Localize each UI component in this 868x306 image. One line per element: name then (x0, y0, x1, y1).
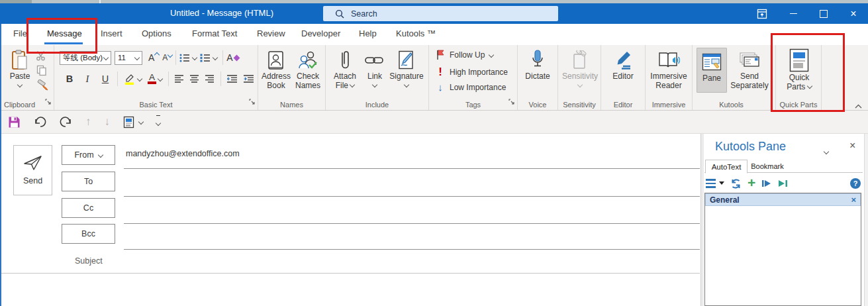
underline-button[interactable]: U (99, 74, 111, 84)
signature-button[interactable]: Signature (387, 49, 426, 87)
search-icon (335, 9, 344, 19)
clipboard-dialog-launcher[interactable] (45, 95, 51, 107)
bcc-field[interactable] (124, 249, 700, 250)
sensitivity-button[interactable]: Sensitivity (559, 49, 601, 87)
bold-button[interactable]: B (64, 74, 75, 84)
tab-options[interactable]: Options (142, 28, 171, 38)
minimize-button[interactable] (779, 3, 808, 24)
collapse-ribbon-button[interactable] (855, 99, 862, 111)
insert-entry-button[interactable] (761, 179, 772, 188)
subject-field[interactable] (124, 252, 700, 268)
from-address-value: mandyzhou@extendoffice.com (126, 149, 240, 158)
move-up-button[interactable]: ↑ (85, 115, 91, 128)
microphone-icon (531, 49, 544, 72)
pane-close-button[interactable]: × (849, 140, 855, 151)
tab-autotext[interactable]: AutoText (705, 160, 747, 174)
tab-insert[interactable]: Insert (101, 28, 122, 38)
help-button[interactable]: ? (850, 178, 861, 189)
move-down-button[interactable]: ↓ (105, 115, 111, 128)
save-icon (8, 116, 21, 128)
autotext-group-header[interactable]: General × (705, 193, 861, 206)
align-center-button[interactable] (190, 72, 199, 86)
basic-text-dialog-launcher[interactable] (249, 95, 255, 107)
maximize-button[interactable] (809, 3, 838, 24)
touch-mouse-mode-button[interactable] (123, 116, 143, 128)
align-right-button[interactable] (205, 72, 215, 86)
tab-file[interactable]: File (13, 28, 27, 38)
tab-help[interactable]: Help (359, 28, 377, 38)
tab-review[interactable]: Review (257, 28, 285, 38)
high-importance-button[interactable]: ! High Importance (436, 66, 508, 79)
insert-all-button[interactable] (778, 179, 789, 188)
format-painter-button[interactable] (36, 79, 48, 94)
copy-button[interactable] (36, 65, 47, 79)
cc-button[interactable]: Cc (62, 198, 115, 218)
address-book-button[interactable]: Address Book (261, 49, 291, 90)
italic-button[interactable]: I (81, 74, 93, 85)
to-button[interactable]: To (62, 172, 115, 191)
menu-button[interactable] (706, 179, 724, 187)
follow-up-button[interactable]: Follow Up (436, 50, 493, 60)
shrink-font-button[interactable]: A (162, 50, 172, 65)
increase-indent-button[interactable] (244, 72, 254, 86)
search-input[interactable]: Search (323, 6, 558, 21)
chevron-down-icon (103, 55, 109, 60)
bcc-button[interactable]: Bcc (62, 224, 115, 244)
decrease-indent-button[interactable] (227, 72, 238, 86)
text-highlight-button[interactable] (124, 72, 142, 86)
group-kutools: Pane Send Separately Kutools (693, 45, 771, 110)
redo-button[interactable] (60, 117, 72, 128)
link-button[interactable]: Link (363, 49, 387, 87)
font-size-combo[interactable]: 11 (115, 51, 142, 65)
from-field[interactable] (124, 168, 700, 169)
message-body[interactable] (1, 274, 700, 306)
check-names-button[interactable]: Check Names (293, 49, 323, 90)
kutools-pane-button[interactable]: Pane (697, 48, 727, 93)
tab-bookmark[interactable]: Bookmark (749, 160, 786, 173)
font-color-bar (148, 81, 156, 84)
chevron-down-icon (97, 152, 103, 158)
align-left-button[interactable] (175, 72, 184, 86)
maximize-icon (820, 10, 828, 18)
dictate-button[interactable]: Dictate (522, 49, 554, 81)
editor-button[interactable]: Editor (608, 49, 638, 81)
grow-font-button[interactable]: A (148, 50, 159, 65)
redo-icon (60, 117, 72, 128)
ribbon-tab-row: File Message Insert Options Format Text … (0, 24, 868, 45)
font-color-button[interactable]: A (148, 72, 162, 86)
tags-dialog-launcher[interactable] (508, 95, 514, 107)
to-field[interactable] (124, 196, 700, 197)
low-importance-button[interactable]: ↓ Low Importance (436, 81, 506, 93)
send-separately-button[interactable]: Send Separately (730, 49, 769, 90)
tab-format-text[interactable]: Format Text (192, 28, 237, 38)
tab-developer[interactable]: Developer (301, 28, 340, 38)
group-editor: Editor Editor (601, 45, 646, 110)
refresh-button[interactable] (730, 178, 742, 189)
down-arrow-icon: ↓ (436, 81, 445, 93)
save-button[interactable] (8, 116, 21, 128)
ribbon-display-options-button[interactable] (747, 3, 777, 24)
immersive-reader-button[interactable]: Immersive Reader (648, 49, 690, 90)
group-label-voice: Voice (518, 101, 557, 109)
undo-button[interactable] (34, 117, 46, 128)
eraser-diamond-icon (233, 54, 240, 61)
customize-qat-button[interactable] (156, 115, 160, 129)
group-close-icon[interactable]: × (851, 195, 856, 205)
attach-file-button[interactable]: Attach File (330, 49, 360, 90)
paste-button[interactable]: Paste (5, 49, 34, 87)
cc-field[interactable] (124, 223, 700, 224)
add-button[interactable]: + (747, 176, 755, 189)
close-button[interactable]: × (839, 3, 868, 24)
pane-tab-strip: AutoText Bookmark (704, 160, 863, 173)
tab-kutools[interactable]: Kutools ™ (396, 28, 436, 38)
from-button[interactable]: From (62, 145, 115, 165)
dropdown-triangle-icon (719, 181, 724, 185)
clear-formatting-button[interactable]: A (226, 50, 238, 65)
send-button[interactable]: Send (13, 145, 52, 195)
align-center-icon (190, 75, 199, 83)
send-icon (23, 155, 43, 171)
pane-options-button[interactable] (824, 146, 828, 158)
numbering-button[interactable] (200, 50, 217, 65)
bullets-button[interactable] (179, 50, 197, 65)
window-title: Untitled - Message (HTML) (113, 8, 331, 18)
